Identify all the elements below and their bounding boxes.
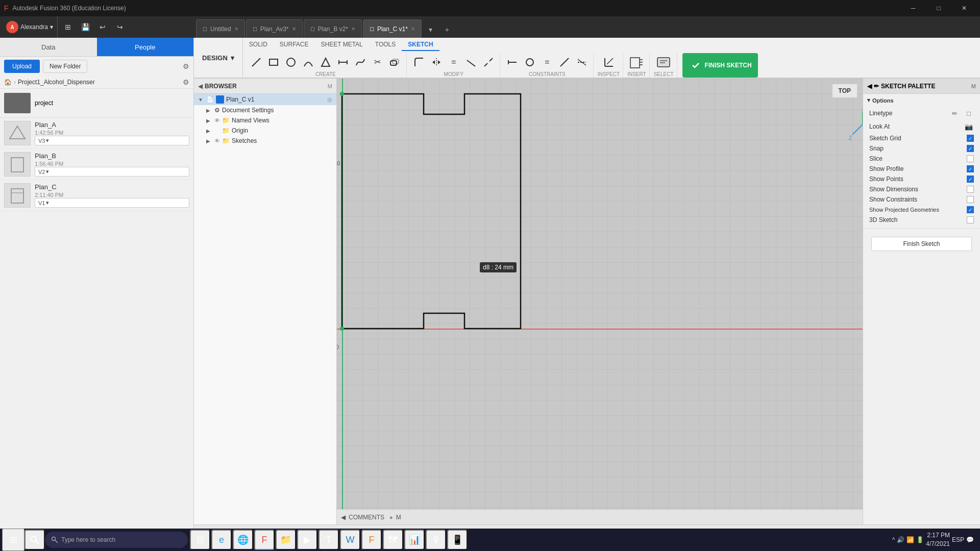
app8-icon[interactable]: 🗺 [383, 530, 403, 550]
constraint-1[interactable] [504, 54, 521, 70]
file-explorer-icon[interactable]: 📁 [276, 530, 296, 550]
project-folder-item[interactable]: project [0, 89, 193, 118]
ribbon-tab-solid[interactable]: SOLID [243, 39, 274, 51]
tab-add-icon[interactable]: + [439, 21, 455, 38]
line-tool[interactable] [248, 54, 264, 70]
equal-tool[interactable]: = [446, 54, 462, 70]
undo-icon[interactable]: ↩ [94, 19, 111, 35]
task-view-icon[interactable]: ⊟ [190, 530, 210, 550]
sidebar-tab-people[interactable]: People [97, 38, 194, 56]
minimize-button[interactable]: ─ [901, 0, 925, 16]
edge-icon[interactable]: e [211, 530, 232, 550]
teams-icon[interactable]: T [318, 530, 339, 550]
tree-item-sketches[interactable]: ▶ 👁 📁 Sketches [194, 136, 336, 146]
notification-icon[interactable]: 💬 [966, 536, 974, 543]
app11-icon[interactable]: 📱 [447, 530, 468, 550]
close-button[interactable]: ✕ [952, 0, 976, 16]
word-icon[interactable]: W [340, 530, 360, 550]
media-icon[interactable]: ▶ [297, 530, 317, 550]
finish-sketch-button[interactable]: FINISH SKETCH [682, 53, 758, 78]
tree-eye-sketches[interactable]: 👁 [214, 138, 220, 144]
tree-item-origin[interactable]: ▶ 👁 📁 Origin [194, 126, 336, 136]
browser-collapse-icon[interactable]: ◀ [198, 83, 203, 90]
tree-item-named-views[interactable]: ▶ 👁 📁 Named Views [194, 115, 336, 126]
chrome-icon[interactable]: 🌐 [233, 530, 253, 550]
ribbon-tab-surface[interactable]: SURFACE [274, 39, 315, 51]
sketch-grid-checkbox[interactable]: ✓ [967, 135, 974, 142]
finish-sketch-palette-button[interactable]: Finish Sketch [871, 237, 972, 251]
file-item-plan-b[interactable]: Plan_B 1:56:46 PM V2▾ [0, 149, 193, 180]
break-tool[interactable] [480, 54, 497, 70]
tab-plan-av3[interactable]: ◻ Plan_Av3* ✕ [246, 19, 303, 38]
tree-item-plan-cv1[interactable]: ▼ 📄 Plan_C v1 ◎ [194, 94, 336, 105]
upload-button[interactable]: Upload [4, 60, 40, 73]
sys-tray-expand[interactable]: ^ [892, 536, 895, 543]
tab-planav3-close[interactable]: ✕ [292, 26, 296, 32]
restore-button[interactable]: □ [927, 0, 950, 16]
time-area[interactable]: 2:17 PM 4/7/2021 [926, 531, 950, 548]
design-button[interactable]: DESIGN ▾ [194, 38, 243, 78]
circle-tool[interactable] [283, 54, 299, 70]
constraint-4[interactable] [556, 54, 573, 70]
constraint-3[interactable]: = [539, 54, 555, 70]
snap-checkbox[interactable]: ✓ [967, 145, 974, 152]
start-button[interactable]: ⊞ [2, 529, 24, 551]
constraint-5[interactable] [574, 54, 590, 70]
line2-tool[interactable] [335, 54, 351, 70]
tree-expand-sketches[interactable]: ▶ [206, 138, 212, 144]
version-badge-plan-b[interactable]: V2▾ [35, 167, 189, 177]
slice-checkbox[interactable] [967, 155, 974, 162]
version-badge-plan-a[interactable]: V3▾ [35, 136, 189, 145]
grid-icon[interactable]: ⊞ [60, 19, 76, 35]
arc-tool[interactable] [300, 54, 316, 70]
sidebar-settings-icon[interactable]: ⚙ [183, 62, 189, 70]
user-area[interactable]: A Alexandra ▾ [2, 16, 58, 38]
tab-plan-cv1[interactable]: ◻ Plan_C v1* ✕ [363, 19, 422, 38]
tab-plan-bv2[interactable]: ◻ Plan_B v2* ✕ [304, 19, 362, 38]
tree-expand-doc-settings[interactable]: ▶ [206, 108, 212, 113]
look-at-icon[interactable]: 📷 [964, 121, 974, 132]
insert-1[interactable] [628, 54, 645, 70]
app10-icon[interactable]: 🎙 [426, 530, 446, 550]
show-projected-checkbox[interactable]: ✓ [967, 206, 974, 213]
search-icon[interactable] [24, 530, 45, 550]
show-dimensions-checkbox[interactable] [967, 186, 974, 193]
tab-untitled-close[interactable]: ✕ [234, 26, 238, 32]
search-bar[interactable]: Type here to search [45, 532, 188, 548]
file-item-plan-a[interactable]: Plan_A 1:42:56 PM V3▾ [0, 118, 193, 149]
mirror-tool[interactable] [428, 54, 445, 70]
breadcrumb-home-icon[interactable]: 🏠 [4, 79, 12, 86]
save-icon[interactable]: 💾 [77, 19, 93, 35]
trim-tool[interactable]: ✂ [370, 54, 386, 70]
fusion-icon[interactable]: F [254, 530, 275, 550]
tree-eye-origin[interactable]: 👁 [214, 128, 220, 134]
show-points-checkbox[interactable]: ✓ [967, 176, 974, 183]
app9-icon[interactable]: 📊 [404, 530, 425, 550]
triangle-tool[interactable] [317, 54, 334, 70]
spline-tool[interactable] [352, 54, 369, 70]
sidebar-tab-data[interactable]: Data [0, 38, 97, 56]
show-profile-checkbox[interactable]: ✓ [967, 165, 974, 172]
ribbon-tab-tools[interactable]: TOOLS [369, 39, 402, 51]
file-item-plan-c[interactable]: Plan_C 2:11:40 PM V1▾ [0, 180, 193, 211]
constraint-2[interactable] [522, 54, 538, 70]
chevron-down-icon[interactable]: ▾ [867, 97, 870, 104]
tree-item-doc-settings[interactable]: ▶ ⚙ Document Settings [194, 105, 336, 115]
inspect-1[interactable] [601, 54, 617, 70]
tree-expand-named-views[interactable]: ▶ [206, 118, 212, 123]
redo-icon[interactable]: ↪ [112, 19, 128, 35]
extend-tool[interactable] [463, 54, 479, 70]
version-badge-plan-c[interactable]: V1▾ [35, 198, 189, 208]
tab-untitled[interactable]: ◻ Untitled ✕ [196, 19, 245, 38]
breadcrumb-settings-icon[interactable]: ⚙ [183, 78, 189, 86]
tree-eye-named-views[interactable]: 👁 [214, 117, 220, 123]
tab-planbv2-close[interactable]: ✕ [351, 26, 355, 32]
ribbon-tab-sketch[interactable]: SKETCH [402, 39, 439, 51]
new-folder-button[interactable]: New Folder [43, 60, 87, 73]
browser-options-icon[interactable]: M [328, 83, 332, 89]
speaker-icon[interactable]: 🔊 [897, 536, 904, 543]
show-constraints-checkbox[interactable] [967, 196, 974, 203]
rectangle-tool[interactable] [265, 54, 282, 70]
linetype-icon1[interactable]: ✏ [949, 108, 960, 118]
offset-tool[interactable] [387, 54, 403, 70]
